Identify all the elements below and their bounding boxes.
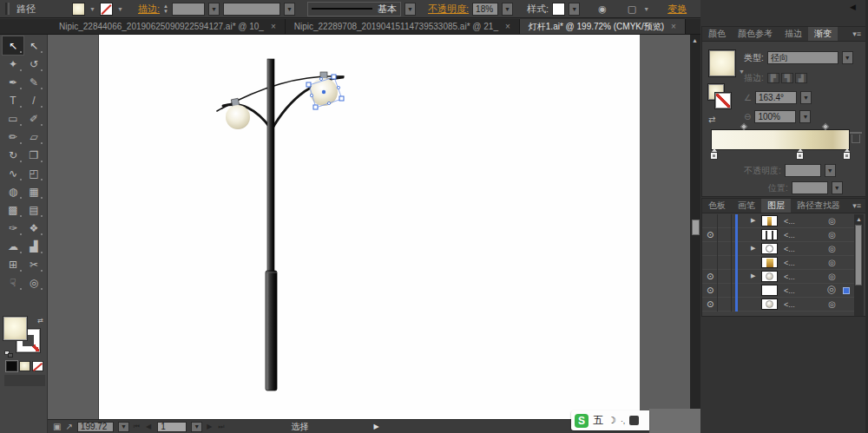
- opacity-panel-link[interactable]: 不透明度:: [428, 3, 469, 16]
- layers-scrollbar[interactable]: ▲: [854, 214, 864, 316]
- tab-gradient[interactable]: 渐变: [808, 27, 838, 41]
- gradient-angle-value[interactable]: 163.4°: [755, 91, 797, 104]
- target-icon[interactable]: ◎: [828, 272, 836, 281]
- stop-opacity-dropdown[interactable]: ▼: [825, 164, 836, 177]
- layer-thumbnail[interactable]: [761, 285, 778, 296]
- line-segment-tool[interactable]: /: [23, 91, 44, 109]
- direct-selection-tool[interactable]: ↖: [23, 36, 44, 55]
- gradient-stop-2[interactable]: [796, 152, 804, 160]
- tab-color-guide[interactable]: 颜色参考: [732, 27, 779, 41]
- graph-tool[interactable]: ▟: [23, 237, 44, 255]
- tab-color[interactable]: 颜色: [702, 27, 732, 41]
- magic-wand-tool[interactable]: ✦: [3, 55, 23, 73]
- selection-tool[interactable]: ↖: [3, 36, 23, 55]
- pen-tool[interactable]: ✒: [3, 73, 23, 91]
- draw-normal-icon[interactable]: [4, 375, 17, 386]
- artboard-number-field[interactable]: 1: [157, 422, 187, 432]
- layer-thumbnail[interactable]: [761, 271, 778, 282]
- layer-thumbnail[interactable]: [761, 257, 778, 268]
- gradient-stop-1[interactable]: [710, 152, 718, 160]
- target-icon[interactable]: ◎: [828, 299, 836, 309]
- symbol-sprayer-tool[interactable]: ☁: [3, 237, 23, 255]
- brush-definition-combo[interactable]: 基本: [307, 2, 401, 16]
- doc-tab-1-close-icon[interactable]: ×: [271, 22, 276, 31]
- slice-tool[interactable]: ✂: [23, 255, 44, 273]
- doc-tab-2-close-icon[interactable]: ×: [505, 22, 510, 31]
- left-lamp-globe[interactable]: [226, 105, 250, 129]
- visibility-eye-icon[interactable]: ⊙: [707, 230, 713, 239]
- stroke-within-icon[interactable]: ▛: [767, 73, 779, 83]
- vertical-scrollbar-thumb[interactable]: [692, 220, 700, 235]
- rectangle-tool[interactable]: ▭: [3, 109, 23, 128]
- artwork-street-lamp[interactable]: [200, 48, 365, 399]
- visibility-eye-icon[interactable]: ⊙: [707, 299, 713, 309]
- first-artboard-icon[interactable]: ⏮: [134, 423, 141, 431]
- lamp-pole-lower[interactable]: [266, 271, 277, 390]
- stroke-weight-dropdown[interactable]: ▼: [208, 3, 220, 16]
- stroke-weight-stepper[interactable]: ▲▼: [163, 3, 168, 14]
- isolate-dropdown-arrow[interactable]: ▼: [642, 3, 650, 16]
- layer-row-3[interactable]: ▶ <... ◎: [702, 242, 855, 256]
- hscroll-end-arrow-icon[interactable]: ◀: [850, 3, 856, 11]
- color-button[interactable]: [6, 361, 17, 371]
- gradient-tool[interactable]: ▤: [23, 200, 44, 219]
- isolate-object-icon[interactable]: ▢: [625, 3, 639, 15]
- visibility-eye-icon[interactable]: ⊙: [707, 272, 713, 281]
- hscroll-arrow-icon[interactable]: ▶: [374, 423, 379, 430]
- target-icon[interactable]: ◎: [828, 216, 836, 226]
- scale-tool[interactable]: ❐: [23, 146, 44, 164]
- zoom-level-field[interactable]: 199.72: [77, 422, 114, 432]
- fill-color-swatch[interactable]: [72, 3, 85, 16]
- tab-layers[interactable]: 图层: [761, 199, 791, 213]
- swap-fill-stroke-icon[interactable]: ⇄: [37, 317, 43, 325]
- layer-name[interactable]: <...: [784, 259, 795, 267]
- gradient-stroke-proxy[interactable]: [715, 93, 731, 108]
- ime-punctuation-icon[interactable]: ·,: [621, 417, 626, 425]
- stroke-panel-link[interactable]: 描边:: [138, 3, 160, 16]
- lasso-tool[interactable]: ↺: [23, 55, 44, 73]
- style-dropdown[interactable]: ▼: [569, 3, 580, 16]
- arrange-documents-icon[interactable]: ▣: [53, 422, 61, 431]
- tab-brushes[interactable]: 画笔: [732, 199, 761, 213]
- stop-location-dropdown[interactable]: ▼: [832, 181, 843, 194]
- layers-scroll-up-arrow[interactable]: ▲: [856, 216, 862, 222]
- stroke-along-icon[interactable]: ▜: [781, 73, 793, 83]
- visibility-eye-icon[interactable]: ⊙: [707, 285, 713, 295]
- width-profile-dropdown[interactable]: ▼: [284, 3, 295, 16]
- layer-name[interactable]: <...: [784, 300, 795, 309]
- free-transform-tool[interactable]: ◰: [23, 164, 44, 182]
- paintbrush-tool[interactable]: ✐: [23, 109, 44, 128]
- layer-row-6-selected[interactable]: ⊙ <... ◎: [702, 284, 855, 298]
- width-profile-field[interactable]: [223, 3, 280, 16]
- gradient-slider[interactable]: [711, 129, 850, 150]
- layers-panel-menu-icon[interactable]: ▾≡: [848, 199, 865, 213]
- layer-name[interactable]: <...: [784, 286, 795, 295]
- stop-opacity-value[interactable]: [785, 164, 821, 177]
- tab-pathfinder[interactable]: 路径查找器: [791, 199, 846, 213]
- scroll-up-arrow[interactable]: ▲: [692, 37, 698, 43]
- layer-row-7[interactable]: ⊙ <... ◎: [702, 298, 855, 312]
- reverse-gradient-icon[interactable]: ⇄: [708, 115, 715, 124]
- ime-moon-icon[interactable]: ☽: [608, 415, 616, 426]
- doc-tab-2[interactable]: Nipic_22289708_20190415114739533085.ai* …: [286, 19, 520, 34]
- control-bar-grip[interactable]: [5, 3, 10, 15]
- gradient-panel-menu-icon[interactable]: ▾≡: [848, 27, 865, 41]
- artboard-tool[interactable]: ⊞: [3, 255, 23, 273]
- gradient-aspect-dropdown[interactable]: ▼: [799, 110, 811, 123]
- stop-location-value[interactable]: [792, 181, 828, 194]
- ime-mode-wubi[interactable]: 五: [593, 413, 603, 428]
- gradient-midpoint-2[interactable]: [822, 123, 829, 130]
- width-tool[interactable]: ∿: [3, 164, 23, 182]
- stroke-color-swatch[interactable]: [100, 3, 113, 16]
- curvature-tool[interactable]: ✎: [23, 73, 44, 91]
- stroke-weight-field[interactable]: [172, 3, 205, 16]
- opacity-dropdown[interactable]: ▼: [502, 3, 513, 16]
- doc-tab-1[interactable]: Nipic_22844066_20190625090922594127.ai* …: [50, 19, 286, 34]
- tab-swatches[interactable]: 色板: [702, 199, 732, 213]
- gradient-thumbnail[interactable]: [708, 49, 736, 77]
- target-icon[interactable]: ◎: [828, 244, 836, 253]
- layer-row-1[interactable]: ▶ <... ◎: [702, 214, 855, 228]
- layer-thumbnail[interactable]: [761, 229, 778, 240]
- doc-tab-3-active[interactable]: 灯杆1.ai* @ 199.72% (CMYK/预览) ×: [520, 19, 686, 34]
- layer-row-4[interactable]: <... ◎: [702, 256, 855, 270]
